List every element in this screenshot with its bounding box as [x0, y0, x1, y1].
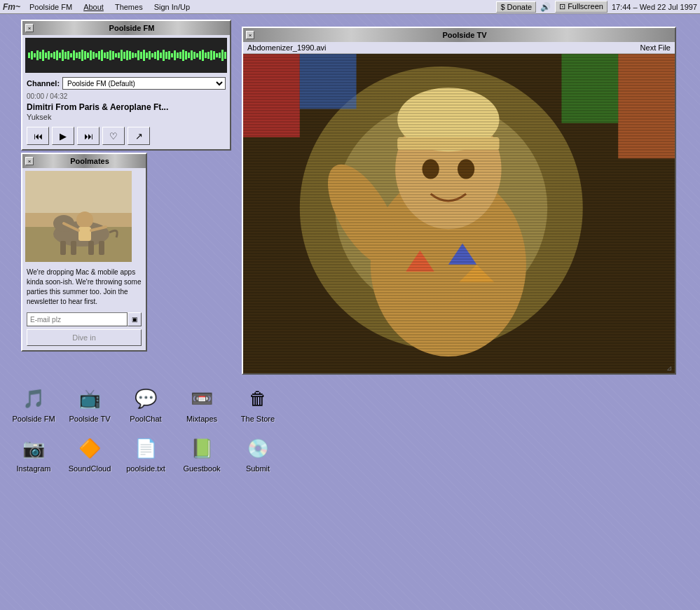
waveform-bar: [123, 52, 125, 59]
waveform-bar: [70, 53, 72, 57]
desktop-icon-mixtapes[interactable]: 📼Mixtapes: [174, 382, 230, 426]
svg-rect-1: [25, 171, 132, 213]
waveform-bar: [73, 50, 75, 60]
waveform-bar: [193, 52, 195, 59]
waveform-bar: [64, 52, 67, 59]
waveform-bar: [149, 51, 151, 60]
waveform-bar: [179, 52, 181, 59]
store-icon: 🗑: [244, 384, 272, 413]
volume-icon[interactable]: 🔊: [540, 2, 551, 12]
tv-video-content: [243, 54, 675, 373]
desktop-icon-instagram[interactable]: 📷Instagram: [6, 431, 62, 476]
waveform-bar: [213, 51, 215, 60]
waveform-bar: [31, 51, 33, 60]
waveform-bar: [121, 50, 123, 61]
prev-button[interactable]: ⏮: [27, 127, 49, 145]
poolmates-illustration: [25, 171, 132, 262]
waveform-bar: [42, 50, 44, 61]
desktop-icon-store[interactable]: 🗑The Store: [230, 382, 286, 426]
desktop-icon-soundcloud[interactable]: 🔶SoundCloud: [62, 431, 118, 476]
desktop-icon-poolside-fm[interactable]: 🎵Poolside FM: [6, 382, 62, 426]
waveform-bar: [104, 53, 106, 58]
waveform-bar: [151, 53, 153, 57]
next-button[interactable]: ⏭: [77, 127, 99, 145]
menubar-left: Fm~ Poolside FM About Themes Sign In/Up: [3, 2, 192, 12]
share-button[interactable]: ↗: [128, 127, 150, 145]
waveform-bar: [90, 50, 92, 60]
poolmates-close-button[interactable]: ×: [25, 157, 34, 165]
svg-rect-27: [243, 54, 300, 137]
desktop-icon-submit[interactable]: 💿Submit: [230, 431, 286, 476]
waveform-bar: [135, 53, 137, 57]
app-logo: Fm~: [3, 2, 20, 12]
menubar: Fm~ Poolside FM About Themes Sign In/Up …: [0, 0, 700, 14]
dive-in-button[interactable]: Dive in: [27, 329, 142, 346]
waveform-bar: [34, 53, 36, 57]
waveform-bar: [129, 51, 131, 60]
waveform-bar: [188, 53, 190, 58]
waveform-bar: [39, 52, 41, 59]
app-name: Poolside FM: [27, 3, 74, 11]
poolside-txt-icon: 📄: [132, 434, 160, 462]
waveform-bar: [210, 50, 212, 60]
menu-about[interactable]: About: [81, 3, 106, 11]
waveform-bar: [76, 53, 78, 58]
menubar-right: $ Donate 🔊 ⊡ Fullscreen 17:44 – Wed 22 J…: [496, 1, 697, 13]
waveform-bar: [98, 51, 100, 60]
waveform-bar: [165, 52, 167, 59]
desktop-icon-poolchat[interactable]: 💬PoolChat: [118, 382, 174, 426]
poolmates-description: We're dropping Mac & mobile apps kinda s…: [22, 265, 146, 310]
waveform-bar: [219, 53, 221, 58]
email-submit-icon[interactable]: ▣: [128, 312, 142, 326]
poolmates-titlebar[interactable]: × Poolmates: [22, 154, 146, 168]
waveform-bar: [157, 50, 159, 60]
channel-row: Channel: Poolside FM (Default): [22, 76, 230, 91]
poolside-txt-label: poolside.txt: [126, 464, 165, 473]
waveform-bar: [62, 50, 64, 61]
menu-signin[interactable]: Sign In/Up: [152, 3, 192, 11]
submit-icon: 💿: [244, 434, 272, 462]
tv-close-button[interactable]: ×: [246, 31, 254, 39]
poolside-tv-icon: 📺: [76, 384, 104, 413]
waveform-bar: [191, 50, 193, 60]
svg-rect-8: [99, 241, 104, 255]
desktop-icon-guestbook[interactable]: 📗Guestbook: [174, 431, 230, 476]
clock-display: 17:44 – Wed 22 Jul 1997: [612, 3, 697, 11]
track-title: Dimitri From Paris & Aeroplane Ft...: [22, 102, 230, 113]
menu-themes[interactable]: Themes: [113, 3, 145, 11]
channel-select[interactable]: Poolside FM (Default): [62, 77, 226, 90]
heart-button[interactable]: ♡: [102, 127, 125, 145]
player-close-button[interactable]: ×: [25, 24, 34, 32]
tv-resize-handle[interactable]: ⊿: [666, 364, 672, 372]
waveform-display: [25, 38, 227, 73]
player-titlebar[interactable]: × Poolside FM: [22, 21, 230, 35]
waveform-bar: [56, 50, 58, 60]
waveform-bar: [107, 52, 109, 59]
time-display: 00:00 / 04:32: [22, 91, 230, 102]
waveform-bar: [137, 50, 139, 60]
donate-button[interactable]: $ Donate: [496, 1, 536, 13]
waveform-bar: [196, 53, 198, 57]
email-row: ▣: [27, 312, 142, 326]
waveform-bar: [171, 53, 173, 57]
svg-rect-20: [397, 137, 499, 150]
tv-next-file[interactable]: Next File: [640, 43, 671, 52]
waveform-bar: [118, 53, 120, 58]
desktop-icon-poolside-tv[interactable]: 📺Poolside TV: [62, 382, 118, 426]
poolside-fm-label: Poolside FM: [12, 415, 55, 423]
poolside-fm-icon: 🎵: [20, 384, 48, 413]
desktop-icon-poolside-txt[interactable]: 📄poolside.txt: [118, 431, 174, 476]
waveform-bar: [95, 53, 97, 57]
guestbook-label: Guestbook: [183, 464, 220, 473]
player-controls: ⏮ ▶ ⏭ ♡ ↗: [22, 124, 230, 149]
tv-titlebar[interactable]: × Poolside TV: [243, 28, 675, 42]
waveform-bar: [78, 52, 81, 59]
play-button[interactable]: ▶: [52, 127, 74, 145]
waveform-bar: [50, 53, 53, 57]
fullscreen-button[interactable]: ⊡ Fullscreen: [555, 1, 608, 13]
player-window-title: Poolside FM: [36, 24, 227, 32]
email-input[interactable]: [27, 312, 128, 326]
waveform-bar: [126, 50, 128, 60]
waveform-bar: [177, 53, 179, 58]
soundcloud-icon: 🔶: [76, 434, 104, 462]
